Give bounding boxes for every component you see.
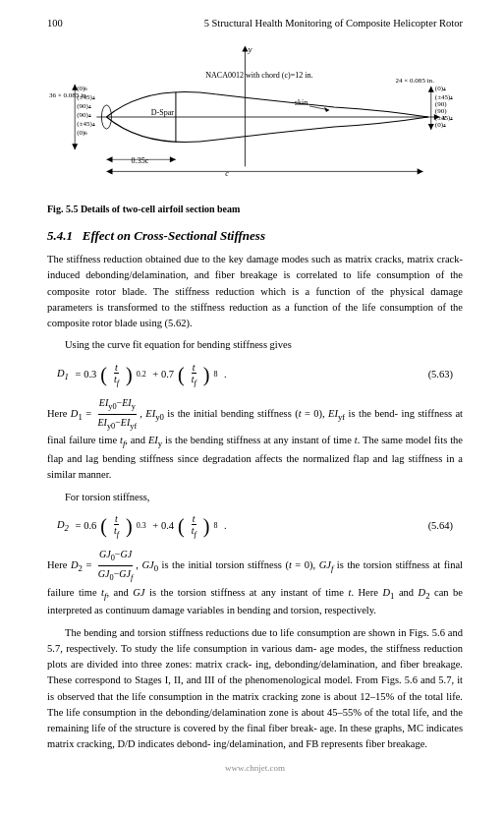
svg-marker-20 — [170, 156, 176, 162]
section-title-text: Effect on Cross-Sectional Stiffness — [83, 228, 265, 243]
svg-text:(0)₆: (0)₆ — [77, 129, 87, 137]
section-title: 5.4.1 Effect on Cross-Sectional Stiffnes… — [47, 228, 463, 244]
svg-text:(90)₄: (90)₄ — [77, 111, 91, 119]
figure-caption-text: Details of two-cell airfoil section beam — [81, 204, 240, 214]
svg-text:skin: skin — [295, 98, 308, 107]
svg-text:(0)₆: (0)₆ — [77, 85, 87, 92]
paragraph-1: The stiffness reduction obtained due to … — [47, 252, 463, 331]
svg-marker-39 — [428, 124, 434, 130]
svg-marker-16 — [418, 168, 423, 174]
equation-5-64-content: D2 = 0.6 ( t tf ) 0.3 + 0.4 ( t tf ) 8 . — [57, 513, 227, 539]
equation-5-63-number: (5.63) — [428, 369, 453, 380]
paragraph-d2: Here D2 = GJ0−GJ GJ0−GJf , GJ0 is the in… — [47, 547, 463, 619]
svg-text:D-Spar: D-Spar — [151, 108, 175, 117]
airfoil-diagram: y x D-Spar skin NACA0012 with chord (c)=… — [47, 38, 463, 196]
svg-text:c: c — [225, 169, 229, 178]
svg-marker-23 — [72, 144, 78, 149]
watermark: www.chnjet.com — [47, 763, 463, 773]
paragraph-5: The bending and torsion stiffness reduct… — [47, 625, 463, 753]
equation-5-64: D2 = 0.6 ( t tf ) 0.3 + 0.4 ( t tf ) 8 .… — [47, 513, 463, 539]
svg-marker-19 — [106, 156, 112, 162]
paragraph-d1: Here D1 = EIy0−EIy EIy0−EIyf , EIy0 is t… — [47, 395, 463, 484]
svg-text:0.35c: 0.35c — [132, 156, 149, 165]
figure-caption: Fig. 5.5 Details of two-cell airfoil sec… — [47, 204, 463, 214]
svg-text:(±45)₄: (±45)₄ — [77, 120, 95, 128]
svg-text:NACA0012  with chord (c)=12 in: NACA0012 with chord (c)=12 in. — [205, 71, 312, 80]
page-number: 100 — [47, 18, 63, 29]
figure-container: y x D-Spar skin NACA0012 with chord (c)=… — [47, 38, 463, 196]
figure-caption-bold: Fig. 5.5 — [47, 204, 78, 214]
svg-text:(90)₄: (90)₄ — [77, 102, 91, 110]
svg-text:24 × 0.085 in.: 24 × 0.085 in. — [396, 77, 435, 85]
equation-5-63-content: D1 = 0.3 ( t tf ) 0.2 + 0.7 ( t tf ) 8 . — [57, 362, 227, 387]
svg-text:(±45)₄: (±45)₄ — [77, 93, 95, 101]
paragraph-torsion-intro: For torsion stiffness, — [47, 490, 463, 505]
svg-marker-15 — [106, 168, 112, 174]
svg-text:y: y — [247, 44, 252, 54]
svg-text:(0)₄: (0)₄ — [435, 85, 446, 92]
equation-5-64-number: (5.64) — [428, 520, 453, 531]
svg-text:(0)₄: (0)₄ — [435, 121, 446, 129]
section-number: 5.4.1 — [47, 228, 73, 243]
page-header: 100 5 Structural Health Monitoring of Co… — [47, 18, 463, 29]
paragraph-1b: Using the curve fit equation for bending… — [47, 337, 463, 353]
svg-marker-38 — [428, 87, 434, 92]
chapter-title: 5 Structural Health Monitoring of Compos… — [204, 18, 463, 29]
equation-5-63: D1 = 0.3 ( t tf ) 0.2 + 0.7 ( t tf ) 8 .… — [47, 362, 463, 387]
